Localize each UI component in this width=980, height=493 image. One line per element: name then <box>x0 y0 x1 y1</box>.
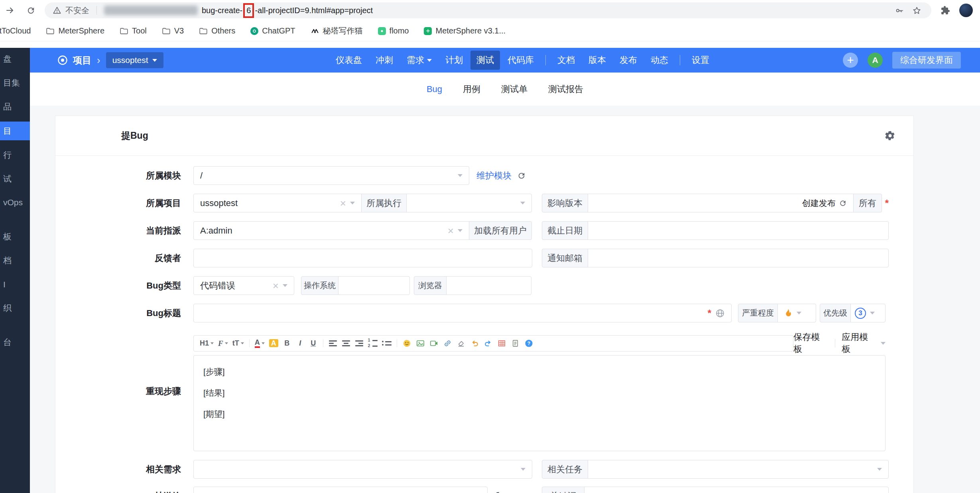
workspace-switch-button[interactable]: 综合研发界面 <box>892 52 961 69</box>
refresh-version-icon[interactable] <box>839 199 847 207</box>
extensions-puzzle-icon[interactable] <box>939 4 952 17</box>
undo-icon[interactable] <box>469 337 480 349</box>
tab-case[interactable]: 用例 <box>463 83 480 95</box>
sidebar-item-api[interactable]: I <box>0 275 30 294</box>
bookmark-chatgpt[interactable]: ChatGPT <box>250 26 295 35</box>
sidebar-item-docs[interactable]: 档 <box>0 251 30 270</box>
bookmark-ittocloud[interactable]: itToCloud <box>0 26 31 35</box>
align-center-icon[interactable] <box>340 337 352 349</box>
menu-item-requirement[interactable]: 需求 <box>401 51 438 70</box>
align-left-icon[interactable] <box>327 337 338 349</box>
keyword-input[interactable] <box>584 487 889 493</box>
sidebar-item-project-set[interactable]: 目集 <box>0 73 30 92</box>
bug-title-input[interactable]: * <box>193 304 732 322</box>
bg-color-icon[interactable]: A <box>268 337 279 349</box>
font-color-icon[interactable]: A <box>254 337 266 349</box>
save-template-button[interactable]: 保存模板 <box>793 331 828 355</box>
help-icon[interactable]: ? <box>523 337 535 349</box>
menu-item-document[interactable]: 文档 <box>551 51 581 70</box>
align-right-icon[interactable] <box>354 337 365 349</box>
quick-create-button[interactable]: + <box>843 53 858 68</box>
bookmark-star-icon[interactable] <box>910 4 923 17</box>
sidebar-item-product[interactable]: 品 <box>0 97 30 116</box>
sidebar-item-devops[interactable]: vOps <box>0 193 30 212</box>
sidebar-item-board[interactable]: 板 <box>0 227 30 246</box>
bookmark-metersphere-v3[interactable]: MeterSphere v3.1... <box>424 26 506 35</box>
cc-refresh-icon[interactable] <box>511 491 520 493</box>
font-size-icon[interactable]: tT <box>231 337 245 349</box>
reporter-input[interactable] <box>193 249 532 267</box>
globe-icon[interactable] <box>715 308 725 318</box>
sidebar-item-execute[interactable]: 行 <box>0 145 30 164</box>
menu-item-repository[interactable]: 代码库 <box>502 51 540 70</box>
cc-select[interactable] <box>193 487 488 493</box>
menu-item-dashboard[interactable]: 仪表盘 <box>330 51 368 70</box>
refresh-module-icon[interactable] <box>517 171 526 180</box>
priority-select[interactable]: 3 <box>850 304 886 322</box>
clear-icon[interactable]: × <box>340 198 346 208</box>
project-selector[interactable]: ussoptest <box>106 52 163 68</box>
bold-icon[interactable]: B <box>281 337 293 349</box>
menu-item-release[interactable]: 发布 <box>614 51 643 70</box>
emoji-icon[interactable] <box>401 337 413 349</box>
cc-gear-icon[interactable] <box>493 491 503 493</box>
all-versions-button[interactable]: 所有 <box>853 194 882 212</box>
editor-content[interactable]: [步骤] [结果] [期望] <box>193 355 886 451</box>
sidebar-item-dashboard[interactable]: 盘 <box>0 49 30 68</box>
menu-item-test-active[interactable]: 测试 <box>470 51 500 70</box>
clear-icon[interactable]: × <box>448 226 454 236</box>
video-icon[interactable] <box>428 337 440 349</box>
bookmark-metaso[interactable]: 秘塔写作猫 <box>311 26 363 36</box>
tab-test-report[interactable]: 测试报告 <box>548 83 583 95</box>
bookmark-flomo[interactable]: flomo <box>378 26 409 35</box>
browser-input[interactable] <box>446 276 531 295</box>
bookmark-v3-folder[interactable]: V3 <box>162 26 184 35</box>
settings-gear-icon[interactable] <box>885 130 895 141</box>
italic-icon[interactable]: I <box>295 337 306 349</box>
assignee-select[interactable]: A:admin× <box>193 221 469 240</box>
menu-item-settings[interactable]: 设置 <box>686 51 715 70</box>
related-task-select[interactable] <box>588 460 889 479</box>
menu-item-plan[interactable]: 计划 <box>439 51 469 70</box>
underline-icon[interactable]: U <box>308 337 319 349</box>
bug-type-select[interactable]: 代码错误× <box>193 276 294 295</box>
menu-item-activity[interactable]: 动态 <box>645 51 674 70</box>
notify-email-input[interactable] <box>588 249 889 267</box>
sidebar-item-project-active[interactable]: 目 <box>0 122 30 140</box>
tab-bug[interactable]: Bug <box>427 84 442 94</box>
address-bar[interactable]: 不安全 bug-create-6-all-projectID=9.html#ap… <box>45 2 931 18</box>
reload-icon[interactable] <box>24 4 37 17</box>
sidebar-item-test[interactable]: 试 <box>0 169 30 188</box>
load-all-users-button[interactable]: 加载所有用户 <box>469 221 532 240</box>
module-select[interactable]: / <box>193 166 469 185</box>
tab-test-order[interactable]: 测试单 <box>501 83 527 95</box>
password-key-icon[interactable] <box>892 4 906 17</box>
menu-item-sprint[interactable]: 冲刺 <box>370 51 399 70</box>
sidebar-item-organization[interactable]: 织 <box>0 299 30 317</box>
deadline-input[interactable] <box>588 221 889 240</box>
affected-version-input[interactable]: 创建发布 <box>588 194 854 212</box>
severity-select[interactable] <box>777 304 816 322</box>
link-icon[interactable] <box>442 337 453 349</box>
clear-icon[interactable]: × <box>273 281 279 291</box>
paste-icon[interactable] <box>510 337 521 349</box>
font-family-icon[interactable]: F <box>217 337 229 349</box>
menu-item-version[interactable]: 版本 <box>582 51 612 70</box>
forward-icon[interactable] <box>3 4 17 17</box>
bookmark-metersphere-folder[interactable]: MeterSphere <box>46 26 104 35</box>
image-icon[interactable] <box>415 337 426 349</box>
bookmark-tool-folder[interactable]: Tool <box>120 26 147 35</box>
related-req-select[interactable] <box>193 460 532 479</box>
user-avatar[interactable]: A <box>868 53 883 68</box>
apply-template-button[interactable]: 应用模板 <box>842 331 886 355</box>
table-icon[interactable] <box>496 337 508 349</box>
os-input[interactable] <box>338 276 410 295</box>
exec-select[interactable] <box>406 194 532 212</box>
sidebar-item-platform[interactable]: 台 <box>0 333 30 352</box>
create-release-button[interactable]: 创建发布 <box>802 198 836 209</box>
project-select[interactable]: ussoptest× <box>193 194 362 212</box>
heading-icon[interactable]: H1 <box>199 337 215 349</box>
browser-profile-avatar[interactable] <box>959 4 973 17</box>
clear-format-icon[interactable] <box>455 337 467 349</box>
maintain-module-link[interactable]: 维护模块 <box>476 170 512 182</box>
